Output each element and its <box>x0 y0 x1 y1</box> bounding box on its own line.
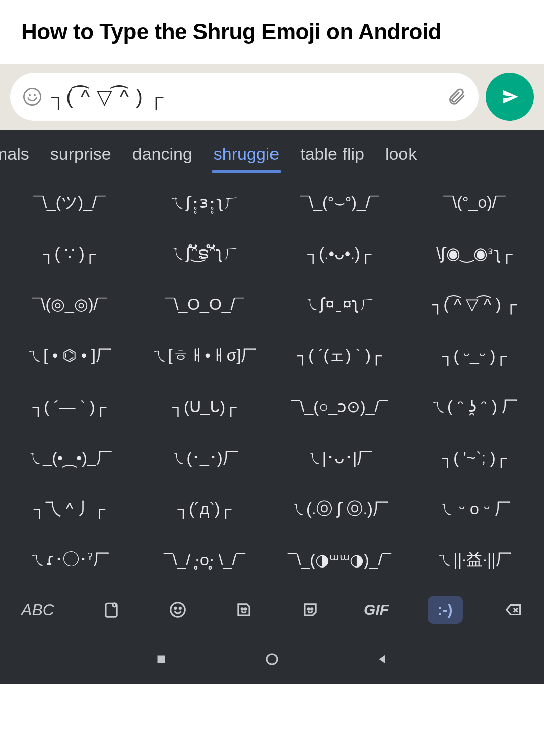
backspace-icon[interactable] <box>499 595 529 625</box>
svg-point-1 <box>29 94 31 96</box>
kaomoji-item[interactable]: \ʃ◉‿◉ᵌʅ┌ <box>407 228 542 279</box>
kaomoji-item[interactable]: ¯\_(°⌣°)_/¯ <box>272 177 407 228</box>
kaomoji-item[interactable]: ¯\_O_O_/¯ <box>137 279 272 330</box>
gif-button[interactable]: GIF <box>361 595 391 625</box>
attachment-icon[interactable] <box>446 87 466 107</box>
tab-table-flip[interactable]: table flip <box>298 139 366 174</box>
keyboard-bottom-row: ABC GIF :-) <box>0 586 544 634</box>
kaomoji-item[interactable]: ¯\_(○_ɔ⊙)_/¯ <box>272 382 407 432</box>
chat-input-bar: ┐( ͡^ ▽ ͡^ ) ┌ <box>0 64 544 130</box>
kaomoji-item[interactable]: ㄟʃ･̥̥ɜ･̥̥ʅㄏ <box>137 177 272 228</box>
android-nav-bar <box>0 634 544 684</box>
send-button[interactable] <box>486 73 534 121</box>
svg-point-10 <box>308 608 309 610</box>
clipboard-icon[interactable] <box>96 595 126 625</box>
kaomoji-item[interactable]: ㄟʃ¤ˍ¤ʅㄏ <box>272 279 407 330</box>
keyboard-panel: mals surprise dancing shruggie table fli… <box>0 130 544 684</box>
emoji-icon[interactable] <box>163 595 193 625</box>
svg-rect-3 <box>106 603 117 617</box>
kaomoji-item[interactable]: ㄟʃᵔັ͜ຣᵔັʅㄏ <box>137 228 272 279</box>
svg-point-9 <box>245 608 246 610</box>
article-header: How to Type the Shrug Emoji on Android <box>0 0 544 64</box>
kaomoji-item[interactable]: ┐(ᑌ_ᒐ)┌ <box>137 382 272 432</box>
abc-keyboard-button[interactable]: ABC <box>15 595 60 625</box>
page-title: How to Type the Shrug Emoji on Android <box>21 19 523 44</box>
svg-point-5 <box>171 603 185 617</box>
sticker-icon[interactable] <box>229 595 259 625</box>
kaomoji-grid: ¯\_(ツ)_/¯ ㄟʃ･̥̥ɜ･̥̥ʅㄏ ¯\_(°⌣°)_/¯ ¯\(°_o… <box>0 174 544 586</box>
sticker-alt-icon[interactable] <box>295 595 325 625</box>
kaomoji-item[interactable]: ┐( ∵ )┌ <box>2 228 137 279</box>
kaomoji-item[interactable]: ¯\(◎_◎)/¯ <box>2 279 137 330</box>
tab-animals[interactable]: mals <box>0 139 31 174</box>
kaomoji-item[interactable]: ┐( '~`; )┌ <box>407 432 542 483</box>
kaomoji-item[interactable]: ┐( ´(ェ) ` )┌ <box>272 330 407 381</box>
kaomoji-item[interactable]: ㄟ[ • ⌬ • ]厂 <box>2 330 137 381</box>
svg-point-11 <box>311 608 312 610</box>
kaomoji-item[interactable]: ㄟ( ᵔ ʖ̯ ᵔ ) 厂 <box>407 382 542 432</box>
kaomoji-item[interactable]: ¯\(°_o)/¯ <box>407 177 542 228</box>
message-input[interactable]: ┐( ͡^ ▽ ͡^ ) ┌ <box>51 85 437 108</box>
tab-surprise[interactable]: surprise <box>48 139 113 174</box>
tab-dancing[interactable]: dancing <box>130 139 194 174</box>
kaomoji-item[interactable]: ┐(´д`)┌ <box>137 483 272 534</box>
svg-point-6 <box>175 607 176 609</box>
tab-look[interactable]: look <box>383 139 419 174</box>
kaomoji-category-tabs: mals surprise dancing shruggie table fli… <box>0 130 544 174</box>
kaomoji-item[interactable]: ㄟ(.ⓞ ʃ ⓞ.)厂 <box>272 483 407 534</box>
kaomoji-item[interactable]: ㄟ||·益·||厂 <box>407 535 542 586</box>
svg-rect-12 <box>158 656 165 663</box>
nav-back-icon[interactable] <box>373 649 393 669</box>
kaomoji-item[interactable]: ┐( ´— ` )┌ <box>2 382 137 432</box>
kaomoji-item[interactable]: ┐( ͡^ ▽ ͡^ ) ┌ <box>407 279 542 330</box>
kaomoji-item[interactable]: ¯\_(◑ᵚᵚ◑)_/¯ <box>272 535 407 586</box>
svg-point-0 <box>24 88 40 105</box>
emoticon-button[interactable]: :-) <box>428 596 463 624</box>
svg-point-13 <box>267 654 277 664</box>
svg-point-4 <box>113 603 116 607</box>
kaomoji-item[interactable]: ㄟ_(•⁔•)_厂 <box>2 432 137 483</box>
svg-point-7 <box>179 607 181 609</box>
kaomoji-item[interactable]: ¯\_(ツ)_/¯ <box>2 177 137 228</box>
svg-point-2 <box>34 94 36 96</box>
nav-recent-icon[interactable] <box>151 649 171 669</box>
kaomoji-item[interactable]: ㄟ|･ᴗ･|厂 <box>272 432 407 483</box>
tab-shruggie[interactable]: shruggie <box>212 139 281 174</box>
message-input-container[interactable]: ┐( ͡^ ▽ ͡^ ) ┌ <box>10 73 479 121</box>
svg-point-8 <box>242 608 243 610</box>
kaomoji-item[interactable]: ㄟɾ･◯･ˀ厂 <box>2 535 137 586</box>
kaomoji-item[interactable]: ¯\_/ ·̥o·̥ \_/¯ <box>137 535 272 586</box>
kaomoji-item[interactable]: ┐( ᵕ_ᵕ )┌ <box>407 330 542 381</box>
emoji-picker-icon[interactable] <box>22 87 42 107</box>
kaomoji-item[interactable]: ┐乁 ^ 丿┌ <box>2 483 137 534</box>
kaomoji-item[interactable]: ㄟ ᵕ o ᵕ 厂 <box>407 483 542 534</box>
kaomoji-item[interactable]: ㄟ(･_･)厂 <box>137 432 272 483</box>
kaomoji-item[interactable]: ㄟ[ㅎㅐ•ㅐσ]厂 <box>137 330 272 381</box>
kaomoji-item[interactable]: ┐(.•ᴗ•.)┌ <box>272 228 407 279</box>
nav-home-icon[interactable] <box>262 649 282 669</box>
